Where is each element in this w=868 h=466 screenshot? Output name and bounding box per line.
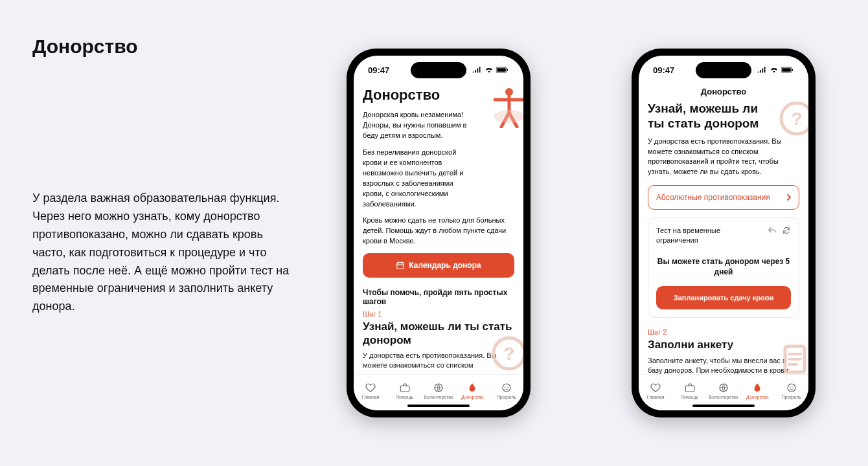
tab-profile[interactable]: Профиль <box>490 382 523 399</box>
step-1-label: Шаг 1 <box>363 310 514 318</box>
phone-mockup-2: 09:47 Донорство ? Узнай, можешь ли ты ст… <box>632 49 816 417</box>
nav-title: Донорство <box>639 84 808 102</box>
undo-icon[interactable] <box>768 226 777 235</box>
button-label: Календарь донора <box>409 261 481 270</box>
heart-icon <box>650 382 661 394</box>
step-2-label: Шаг 2 <box>648 328 799 336</box>
donor-calendar-button[interactable]: Календарь донора <box>363 253 514 278</box>
tab-label: Главная <box>647 395 665 399</box>
svg-rect-8 <box>400 386 409 392</box>
absolute-contraindications-row[interactable]: Абсолютные противопоказания <box>648 185 799 210</box>
schedule-donation-button[interactable]: Запланировать сдачу крови <box>656 286 791 309</box>
tab-home[interactable]: Главная <box>639 382 672 399</box>
svg-rect-15 <box>792 69 793 71</box>
device-notch <box>411 62 466 78</box>
svg-point-10 <box>503 384 510 392</box>
intro-paragraph: У донорства есть противопоказания. Вы мо… <box>648 137 799 178</box>
svg-point-4 <box>494 110 523 123</box>
button-label: Запланировать сдачу крови <box>674 294 774 302</box>
svg-point-21 <box>788 384 795 392</box>
tab-label: Донорство <box>461 395 484 399</box>
face-icon <box>501 382 512 394</box>
tab-home[interactable]: Главная <box>354 382 387 399</box>
tab-volunteer[interactable]: Волонтерство <box>422 382 455 399</box>
drop-icon <box>466 382 478 394</box>
phone-mockup-1: 09:47 ? Донорство Донорская кровь не <box>347 49 531 417</box>
tab-help[interactable]: Помощь <box>389 382 421 399</box>
svg-rect-1 <box>497 68 506 72</box>
status-time: 09:47 <box>653 65 674 75</box>
tab-label: Волонтерство <box>709 395 738 399</box>
test-result-card: Тест на временные ограничения Вы можете … <box>648 217 799 318</box>
tab-volunteer[interactable]: Волонтерство <box>707 382 740 399</box>
test-result-text: Вы можете стать донором через 5 дней <box>656 256 791 277</box>
intro-paragraph-3: Кровь можно сдать не только для больных … <box>363 216 514 247</box>
svg-point-23 <box>792 387 794 388</box>
tab-label: Главная <box>362 395 380 399</box>
step-2-description: Заполните анкету, чтобы мы внесли вас в … <box>648 356 799 374</box>
svg-text:?: ? <box>791 109 802 129</box>
intro-paragraph-1: Донорская кровь незаменима! Доноры, вы н… <box>363 110 473 141</box>
question-illustration: ? <box>491 335 523 372</box>
tab-donation[interactable]: Донорство <box>456 382 488 399</box>
page-title: Донорство <box>32 36 138 58</box>
tab-label: Профиль <box>782 395 801 399</box>
device-notch <box>696 62 751 78</box>
intro-paragraph-2: Без переливания донорской крови и ее ком… <box>363 148 473 210</box>
tab-label: Донорство <box>746 395 769 399</box>
globe-icon <box>718 382 729 394</box>
page-description: У раздела важная образовательная функция… <box>32 190 291 316</box>
drop-icon <box>751 382 763 394</box>
step-2-heading: Заполни анкету <box>648 338 799 351</box>
steps-section-title: Чтобы помочь, пройди пять простых шагов <box>363 288 514 306</box>
home-indicator <box>692 405 755 407</box>
refresh-icon[interactable] <box>782 226 791 235</box>
svg-rect-14 <box>782 68 791 72</box>
briefcase-icon <box>684 382 696 394</box>
card-title: Тест на временные ограничения <box>656 226 734 245</box>
document-illustration <box>777 341 808 374</box>
status-icons <box>757 67 794 73</box>
screen-heading: Узнай, можешь ли ты стать донором <box>648 102 777 131</box>
tab-label: Помощь <box>396 395 413 399</box>
svg-rect-19 <box>685 386 694 392</box>
svg-rect-7 <box>397 263 404 269</box>
svg-point-22 <box>790 387 791 388</box>
status-time: 09:47 <box>368 65 389 75</box>
tab-label: Помощь <box>681 395 698 399</box>
svg-point-11 <box>505 387 506 388</box>
svg-point-12 <box>507 387 508 388</box>
tab-help[interactable]: Помощь <box>674 382 706 399</box>
svg-text:?: ? <box>503 344 514 364</box>
person-illustration <box>491 87 523 128</box>
globe-icon <box>433 382 444 394</box>
tab-profile[interactable]: Профиль <box>775 382 808 399</box>
row-label: Абсолютные противопоказания <box>656 193 770 202</box>
heart-icon <box>365 382 376 394</box>
tab-label: Профиль <box>497 395 516 399</box>
calendar-icon <box>396 261 405 270</box>
home-indicator <box>407 405 470 407</box>
chevron-right-icon <box>787 194 791 201</box>
tab-donation[interactable]: Донорство <box>741 382 773 399</box>
status-icons <box>472 67 509 73</box>
face-icon <box>786 382 797 394</box>
svg-rect-2 <box>507 69 508 71</box>
briefcase-icon <box>399 382 411 394</box>
tab-label: Волонтерство <box>424 395 453 399</box>
question-illustration: ? <box>779 102 808 137</box>
